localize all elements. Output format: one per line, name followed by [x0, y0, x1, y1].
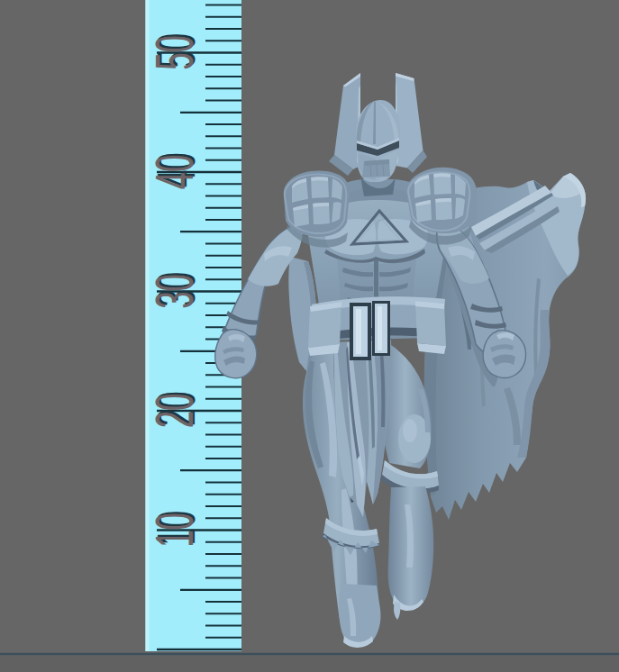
- svg-text:40: 40: [144, 155, 204, 190]
- svg-text:20: 20: [144, 394, 204, 429]
- svg-text:50: 50: [144, 35, 204, 70]
- svg-text:10: 10: [144, 513, 204, 548]
- svg-text:30: 30: [144, 274, 204, 309]
